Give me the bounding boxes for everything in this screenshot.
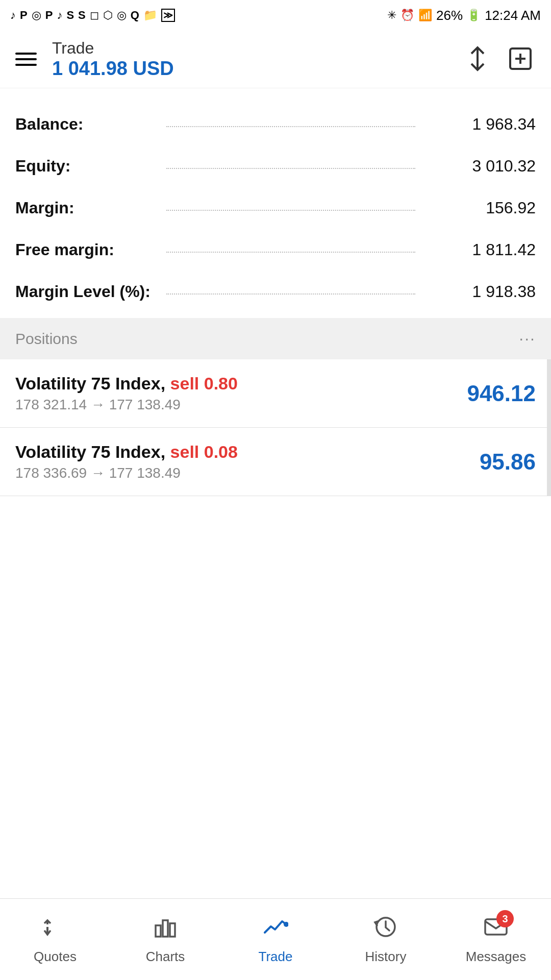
nav-history[interactable]: History bbox=[331, 899, 441, 980]
account-balance-header: 1 041.98 USD bbox=[52, 58, 462, 80]
position-left-2: Volatility 75 Index, sell 0.08 178 336.6… bbox=[15, 442, 238, 481]
position-item-2[interactable]: Volatility 75 Index, sell 0.08 178 336.6… bbox=[0, 428, 551, 496]
tiktok-icon: ♪ bbox=[57, 9, 62, 22]
music-icon: ♪ bbox=[10, 9, 16, 22]
status-bar-right: ✳ ⏰ 📶 26% 🔋 12:24 AM bbox=[387, 8, 541, 23]
messages-badge: 3 bbox=[496, 910, 514, 927]
position-prices-2: 178 336.69 → 177 138.49 bbox=[15, 465, 238, 481]
position-pnl-2: 95.86 bbox=[480, 449, 536, 475]
balance-dots-5 bbox=[166, 293, 415, 295]
position-arrow-2: → bbox=[91, 465, 109, 481]
position-to-price-2: 177 138.49 bbox=[109, 465, 181, 481]
battery-icon: 🔋 bbox=[467, 9, 481, 22]
balance-row-margin: Margin: 156.92 bbox=[15, 187, 536, 229]
balance-value: 1 968.34 bbox=[423, 115, 536, 134]
margin-level-value: 1 918.38 bbox=[423, 282, 536, 301]
position-left-1: Volatility 75 Index, sell 0.80 178 321.1… bbox=[15, 374, 238, 413]
svg-rect-8 bbox=[170, 923, 175, 937]
margin-value: 156.92 bbox=[423, 199, 536, 217]
messages-label: Messages bbox=[466, 949, 527, 965]
nav-charts[interactable]: Charts bbox=[110, 899, 220, 980]
position-volume-1: 0.80 bbox=[204, 374, 238, 393]
nav-messages[interactable]: 3 Messages bbox=[441, 899, 551, 980]
transfer-button[interactable] bbox=[462, 43, 493, 76]
messages-icon: 3 bbox=[483, 914, 509, 945]
balance-row-margin-level: Margin Level (%): 1 918.38 bbox=[15, 271, 536, 313]
position-name-1: Volatility 75 Index, sell 0.80 bbox=[15, 374, 238, 394]
app-icon-2: ◎ bbox=[32, 9, 41, 22]
balance-label: Balance: bbox=[15, 115, 158, 134]
app-icon-7: ◎ bbox=[117, 9, 127, 22]
bluetooth-icon: ✳ bbox=[387, 9, 396, 22]
transfer-icon bbox=[464, 45, 491, 72]
new-order-button[interactable] bbox=[505, 43, 536, 76]
trade-label: Trade bbox=[259, 949, 293, 965]
instagram-icon: ◻ bbox=[90, 9, 99, 22]
folder-icon: 📁 bbox=[143, 9, 157, 22]
position-item-1[interactable]: Volatility 75 Index, sell 0.80 178 321.1… bbox=[0, 359, 551, 428]
equity-value: 3 010.32 bbox=[423, 157, 536, 176]
app-icon-3: P bbox=[45, 9, 53, 22]
header-actions bbox=[462, 43, 536, 76]
new-order-icon bbox=[507, 45, 534, 72]
svg-rect-7 bbox=[163, 920, 168, 937]
position-volume-2: 0.08 bbox=[204, 442, 238, 461]
position-from-price-1: 178 321.14 bbox=[15, 397, 87, 412]
balance-dots-1 bbox=[166, 126, 415, 127]
balance-dots-3 bbox=[166, 210, 415, 211]
position-to-price-1: 177 138.49 bbox=[109, 397, 181, 412]
quora-icon: Q bbox=[131, 9, 139, 22]
positions-title: Positions bbox=[15, 330, 78, 348]
app-icon-1: P bbox=[20, 9, 28, 22]
page-title: Trade bbox=[52, 39, 462, 58]
quotes-label: Quotes bbox=[34, 949, 77, 965]
app-icon-8: ≫ bbox=[161, 9, 175, 22]
balance-dots-4 bbox=[166, 252, 415, 253]
app-icon-4: S bbox=[66, 9, 74, 22]
trade-icon bbox=[263, 914, 288, 945]
header: Trade 1 041.98 USD bbox=[0, 31, 551, 88]
history-label: History bbox=[365, 949, 407, 965]
free-margin-value: 1 811.42 bbox=[423, 240, 536, 259]
history-icon bbox=[373, 914, 398, 945]
margin-label: Margin: bbox=[15, 199, 158, 217]
balance-dots-2 bbox=[166, 168, 415, 169]
position-pnl-1: 946.12 bbox=[467, 381, 536, 406]
balance-row-equity: Equity: 3 010.32 bbox=[15, 145, 536, 187]
nav-trade[interactable]: Trade bbox=[220, 899, 331, 980]
balance-row-balance: Balance: 1 968.34 bbox=[15, 104, 536, 145]
positions-menu-button[interactable]: ··· bbox=[519, 329, 536, 348]
battery-text: 26% bbox=[436, 8, 463, 23]
margin-level-label: Margin Level (%): bbox=[15, 282, 158, 301]
position-action-2: sell bbox=[170, 442, 204, 461]
hamburger-menu[interactable] bbox=[15, 53, 37, 66]
charts-label: Charts bbox=[146, 949, 185, 965]
balance-section: Balance: 1 968.34 Equity: 3 010.32 Margi… bbox=[0, 88, 551, 318]
position-prices-1: 178 321.14 → 177 138.49 bbox=[15, 397, 238, 413]
quotes-icon bbox=[42, 914, 68, 945]
alarm-icon: ⏰ bbox=[400, 9, 414, 22]
status-bar-icons: ♪ P ◎ P ♪ S S ◻ ⬡ ◎ Q 📁 ≫ bbox=[10, 9, 175, 22]
position-arrow-1: → bbox=[91, 397, 109, 412]
equity-label: Equity: bbox=[15, 157, 158, 176]
position-name-2: Volatility 75 Index, sell 0.08 bbox=[15, 442, 238, 462]
app-icon-6: ⬡ bbox=[103, 9, 113, 22]
charts-icon bbox=[153, 914, 178, 945]
svg-rect-6 bbox=[156, 925, 161, 937]
position-action-1: sell bbox=[170, 374, 204, 393]
header-title-block: Trade 1 041.98 USD bbox=[52, 39, 462, 80]
bottom-nav: Quotes Charts Trade bbox=[0, 898, 551, 980]
position-instrument-2: Volatility 75 Index, bbox=[15, 442, 165, 461]
time-display: 12:24 AM bbox=[485, 8, 541, 23]
position-instrument-1: Volatility 75 Index, bbox=[15, 374, 165, 393]
signal-icon: 📶 bbox=[418, 9, 432, 22]
balance-row-free-margin: Free margin: 1 811.42 bbox=[15, 229, 536, 271]
status-bar: ♪ P ◎ P ♪ S S ◻ ⬡ ◎ Q 📁 ≫ ✳ ⏰ 📶 26% 🔋 12… bbox=[0, 0, 551, 31]
position-from-price-2: 178 336.69 bbox=[15, 465, 87, 481]
app-icon-5: S bbox=[78, 9, 86, 22]
positions-header: Positions ··· bbox=[0, 318, 551, 359]
free-margin-label: Free margin: bbox=[15, 240, 158, 259]
nav-quotes[interactable]: Quotes bbox=[0, 899, 110, 980]
empty-content-area bbox=[0, 496, 551, 935]
